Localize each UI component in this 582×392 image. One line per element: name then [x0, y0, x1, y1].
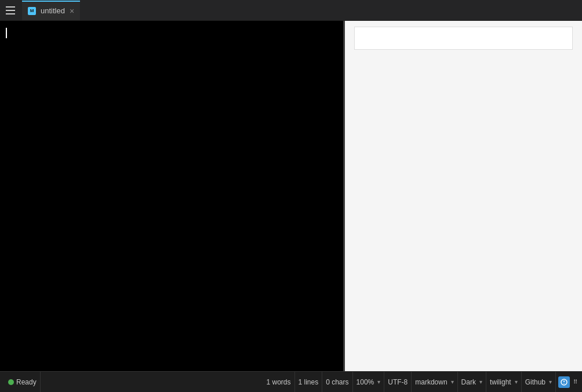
status-lines-section: 1 lines: [295, 372, 323, 392]
main-content: [0, 21, 582, 371]
status-syntax-section[interactable]: twilight ▾: [486, 372, 522, 392]
title-bar: M untitled ×: [0, 0, 582, 21]
status-mode-section[interactable]: markdown ▾: [412, 372, 457, 392]
menu-line: [6, 10, 15, 11]
source-arrow-icon: ▾: [549, 379, 552, 385]
status-chars-section: 0 chars: [322, 372, 352, 392]
status-ready-label: Ready: [16, 378, 37, 386]
mode-arrow-icon: ▾: [451, 379, 454, 385]
status-chars: 0 chars: [326, 378, 348, 386]
tab-file-icon: M: [28, 7, 36, 15]
tab-label: untitled: [41, 6, 65, 15]
status-ready-section: Ready: [5, 372, 41, 392]
editor-cursor: [6, 28, 7, 38]
status-words-section: 1 words: [263, 372, 294, 392]
editor-panel[interactable]: [0, 21, 345, 371]
status-source-section[interactable]: Github ▾: [522, 372, 556, 392]
status-zoom: 100%: [357, 378, 374, 386]
theme-arrow-icon: ▾: [479, 379, 482, 385]
status-words: 1 words: [266, 378, 290, 386]
status-mode: markdown: [415, 378, 447, 386]
editor-tab[interactable]: M untitled ×: [22, 1, 80, 20]
status-theme-section[interactable]: Dark ▾: [458, 372, 486, 392]
preview-content: [354, 27, 573, 50]
menu-line: [6, 13, 15, 14]
status-theme: Dark: [461, 378, 476, 386]
zoom-arrow-icon: ▾: [377, 379, 380, 385]
status-encoding-section[interactable]: UTF-8: [384, 372, 412, 392]
svg-point-2: [563, 383, 565, 384]
status-syntax: twilight: [490, 378, 511, 386]
preview-panel: [345, 21, 582, 371]
menu-line: [6, 6, 15, 8]
syntax-arrow-icon: ▾: [515, 379, 518, 385]
status-dot: [8, 379, 14, 385]
status-bar: Ready 1 words 1 lines 0 chars 100% ▾ UTF…: [0, 371, 582, 392]
status-lines: 1 lines: [299, 378, 319, 386]
more-options-icon[interactable]: ⠿: [573, 379, 577, 385]
tab-close-button[interactable]: ×: [70, 7, 74, 15]
status-zoom-section[interactable]: 100% ▾: [353, 372, 385, 392]
status-action-button[interactable]: [558, 376, 570, 388]
menu-icon[interactable]: [2, 2, 19, 19]
status-encoding: UTF-8: [388, 378, 408, 386]
status-source: Github: [525, 378, 545, 386]
